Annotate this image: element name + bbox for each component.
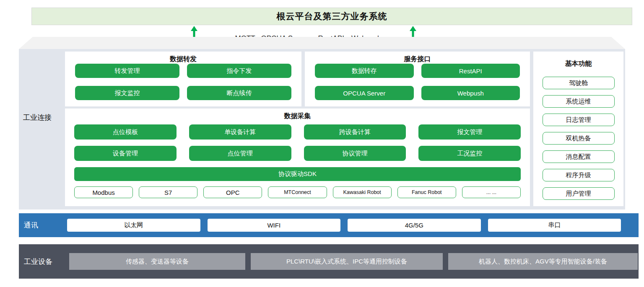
- node-cockpit: 驾驶舱: [543, 77, 615, 89]
- device-plc-controllers: PLC\RTU\嵌入式系统、IPC等通用控制设备: [251, 253, 443, 270]
- node-user-management: 用户管理: [543, 187, 615, 200]
- node-command-dispatch: 指令下发: [187, 64, 291, 78]
- node-single-device-calc: 单设备计算: [189, 124, 291, 140]
- chip-fanuc-robot: Fanuc Robot: [397, 186, 456, 198]
- comm-ethernet: 以太网: [67, 219, 200, 232]
- panel-data-forward-title: 数据转发: [65, 52, 301, 63]
- panel-service-interface-title: 服务接口: [305, 52, 530, 63]
- panel-data-forward: 数据转发 转发管理 指令下发 报文监控 断点续传: [65, 52, 301, 106]
- node-forward-management: 转发管理: [75, 64, 179, 78]
- node-log-management: 日志管理: [543, 114, 615, 126]
- node-message-config: 消息配置: [543, 150, 615, 163]
- node-system-ops: 系统运维: [543, 95, 615, 108]
- industrial-connection-label: 工业连接: [23, 113, 52, 122]
- node-restapi: RestAPI: [421, 64, 520, 78]
- panel-service-interface: 服务接口 数据转存 RestAPI OPCUA Server Webpush: [305, 52, 530, 106]
- chip-kawasaki-robot: Kawasaki Robot: [333, 186, 392, 198]
- cloud-platform-title: 根云平台及第三方业务系统: [277, 10, 387, 22]
- service-interface-grid: 数据转存 RestAPI OPCUA Server Webpush: [315, 64, 520, 100]
- node-message-monitor: 报文监控: [75, 86, 179, 100]
- node-condition-monitor: 工况监控: [418, 146, 521, 161]
- panel-basic-functions: 基本功能 驾驶舱 系统运维 日志管理 双机热备 消息配置 程序升级 用户管理: [533, 52, 623, 206]
- box-top-face: [19, 37, 625, 49]
- basic-functions-list: 驾驶舱 系统运维 日志管理 双机热备 消息配置 程序升级 用户管理: [533, 77, 623, 200]
- chip-more-protocols: ... ...: [462, 186, 521, 198]
- node-program-upgrade: 程序升级: [543, 169, 615, 181]
- panel-data-collection-title: 数据采集: [65, 109, 530, 120]
- comm-serial-port: 串口: [488, 219, 621, 232]
- node-message-management: 报文管理: [418, 124, 521, 140]
- node-protocol-driver-sdk: 协议驱动SDK: [74, 167, 521, 181]
- industrial-devices-label: 工业设备: [24, 244, 52, 279]
- communication-bar: 通讯 以太网 WIFI 4G/5G 串口: [19, 213, 639, 237]
- data-collection-grid: 点位模板 单设备计算 跨设备计算 报文管理 设备管理 点位管理 协议管理 工况监…: [74, 124, 521, 161]
- cloud-platform-banner: 根云平台及第三方业务系统: [31, 8, 632, 25]
- node-opcua-server: OPCUA Server: [315, 86, 414, 100]
- comm-wifi: WIFI: [208, 219, 341, 232]
- device-robots-cnc-agv: 机器人、数控机床、AGV等专用智能设备/装备: [448, 253, 638, 270]
- chip-opc: OPC: [203, 186, 262, 198]
- panel-data-collection: 数据采集 点位模板 单设备计算 跨设备计算 报文管理 设备管理 点位管理 协议管…: [65, 109, 530, 206]
- node-point-template: 点位模板: [74, 124, 177, 140]
- protocol-chips-row: Modbus S7 OPC MTConnect Kawasaki Robot F…: [74, 186, 521, 198]
- industrial-connection-box: 工业连接 数据转发 转发管理 指令下发 报文监控 断点续传 服务接口 数据转存 …: [19, 49, 625, 209]
- node-device-management: 设备管理: [74, 146, 177, 161]
- chip-modbus: Modbus: [74, 186, 133, 198]
- node-protocol-management: 协议管理: [304, 146, 406, 161]
- comm-4g5g: 4G/5G: [348, 219, 481, 232]
- panel-basic-functions-title: 基本功能: [533, 52, 623, 68]
- communication-items: 以太网 WIFI 4G/5G 串口: [67, 219, 621, 232]
- node-cross-device-calc: 跨设备计算: [304, 124, 406, 140]
- node-hot-standby: 双机热备: [543, 132, 615, 145]
- device-sensors: 传感器、变送器等设备: [69, 253, 245, 270]
- node-point-management: 点位管理: [189, 146, 291, 161]
- chip-mtconnect: MTConnect: [268, 186, 327, 198]
- node-webpush: Webpush: [421, 86, 520, 100]
- industrial-devices-bar: 工业设备 传感器、变送器等设备 PLC\RTU\嵌入式系统、IPC等通用控制设备…: [19, 244, 639, 279]
- data-forward-grid: 转发管理 指令下发 报文监控 断点续传: [75, 64, 291, 100]
- node-resume-transfer: 断点续传: [187, 86, 291, 100]
- node-data-dump: 数据转存: [315, 64, 414, 78]
- communication-label: 通讯: [24, 213, 38, 237]
- chip-s7: S7: [139, 186, 197, 198]
